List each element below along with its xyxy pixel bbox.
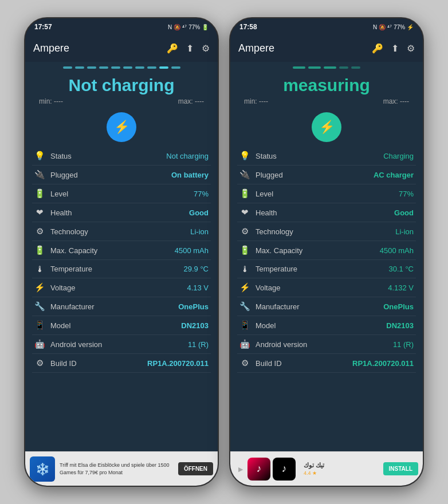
row-left: 🔧 Manufacturer [34,301,95,312]
row-icon: ❤ [34,207,45,218]
table-row: ⚙ Build ID RP1A.200720.011 [32,354,211,373]
row-left: 🤖 Android version [34,339,102,349]
row-value: 11 (R) [393,340,414,349]
row-icon: 🔧 [34,301,45,312]
row-label: Technology [50,227,88,236]
time-2: 17:58 [239,23,257,31]
share-icon-2[interactable]: ⬆ [391,43,399,54]
key-icon-2[interactable]: 🔑 [372,43,383,54]
row-label: Plugged [50,171,78,179]
table-row: 💡 Status Charging [237,147,416,166]
row-left: 🔋 Level [34,188,68,199]
row-icon: 🤖 [34,339,45,349]
table-row: ⚡ Voltage 4.13 V [32,278,211,297]
toolbar-icons-1: 🔑 ⬆ ⚙ [167,43,210,54]
row-left: 🌡 Temperature [34,264,92,274]
row-label: Health [50,208,72,217]
row-icon: ❤ [239,207,250,218]
row-left: 🔧 Manufacturer [239,301,300,312]
settings-icon-1[interactable]: ⚙ [202,43,210,54]
table-row: ⚙ Technology Li-ion [32,222,211,241]
row-value: DN2103 [181,321,209,330]
tiktok-name: تيك توك [304,461,375,470]
table-row: 🔌 Plugged On battery [32,166,211,184]
row-value: 4500 mAh [175,246,209,255]
ad-text-1: Triff mit Elsa die Eisblöcke und spiele … [60,462,174,476]
row-icon: 🔋 [239,188,250,199]
dot-10 [171,66,180,69]
app-bar-1: Ampere 🔑 ⬆ ⚙ [25,34,218,62]
row-icon: 🔋 [34,188,45,199]
row-icon: 🔌 [34,170,45,180]
ad-icon-1: ❄️ [30,456,55,482]
row-icon: 📱 [239,320,250,330]
row-left: ⚡ Voltage [34,282,75,293]
dot-6 [123,66,132,69]
key-icon-1[interactable]: 🔑 [167,43,178,54]
dots-bar-1 [25,62,218,71]
row-value: 29.9 °C [183,265,209,273]
app-bar-2: Ampere 🔑 ⬆ ⚙ [230,34,423,62]
dot-5 [111,66,120,69]
tiktok-logo-1: ♪ [247,458,270,481]
row-label: Android version [256,340,307,349]
row-icon: 💡 [34,151,45,161]
row-left: 🔋 Max. Capacity [239,245,302,255]
row-icon: ⚙ [239,226,250,237]
row-icon: ⚙ [34,226,45,237]
dot2-3 [324,66,336,69]
row-icon: 🔋 [239,245,250,255]
row-value: OnePlus [383,302,414,311]
min-label-1: min: ---- [39,97,63,105]
time-1: 17:57 [34,23,52,31]
dot2-4 [339,66,348,69]
ad-button-2[interactable]: INSTALL [383,462,418,475]
minmax-row-2: min: ---- max: ---- [230,97,423,105]
minmax-row-1: min: ---- max: ---- [25,97,218,105]
settings-icon-2[interactable]: ⚙ [407,43,415,54]
battery-icon-1: ⚡ [114,120,129,135]
row-label: Plugged [256,171,283,179]
dot2-5 [351,66,360,69]
tiktok-logo-2: ♪ [273,458,296,481]
row-value: Good [394,208,414,217]
dot-9 [159,66,168,69]
table-row: 📱 Model DN2103 [237,316,416,335]
table-row: 🔧 Manufacturer OnePlus [32,297,211,316]
share-icon-1[interactable]: ⬆ [186,43,194,54]
phone-2: 17:58 N 🔕 ⁴⁷ 77% ⚡ Ampere 🔑 ⬆ ⚙ measurin… [229,17,424,487]
battery-pct-1: 77% 🔋 [188,24,209,30]
row-value: Not charging [166,152,209,160]
table-row: 🔋 Max. Capacity 4500 mAh [32,241,211,260]
table-row: 🌡 Temperature 29.9 °C [32,260,211,278]
row-icon: 🔧 [239,301,250,312]
toolbar-icons-2: 🔑 ⬆ ⚙ [372,43,415,54]
row-left: 🔌 Plugged [34,170,78,180]
dot-7 [135,66,144,69]
mute-icon-2: 🔕 [379,24,386,30]
ad-button-1[interactable]: ÖFFNEN [178,462,213,475]
signal-icon: ⁴⁷ [182,24,187,30]
row-label: Technology [256,227,293,236]
row-label: Build ID [256,359,282,368]
table-row: 🤖 Android version 11 (R) [237,335,416,354]
row-value: RP1A.200720.011 [352,359,414,368]
row-label: Status [256,152,277,160]
ad-banner-2: ▶ ♪ ♪ تيك توك 4.4 ★ INSTALL [230,451,423,486]
mute-icon: 🔕 [174,24,180,30]
row-left: 🌡 Temperature [239,264,297,274]
table-row: 📱 Model DN2103 [32,316,211,335]
row-label: Manufacturer [50,302,95,311]
table-row: ❤ Health Good [32,203,211,222]
table-row: ❤ Health Good [237,203,416,222]
row-value: Good [189,208,209,217]
row-label: Status [50,152,72,160]
app-title-2: Ampere [238,42,274,54]
row-left: 🤖 Android version [239,339,307,349]
max-label-2: max: ---- [383,97,409,105]
row-value: 77% [194,190,209,198]
table-row: ⚙ Build ID RP1A.200720.011 [237,354,416,373]
row-value: Li-ion [395,227,414,236]
row-left: ⚙ Technology [239,226,293,237]
row-label: Manufacturer [256,302,300,311]
